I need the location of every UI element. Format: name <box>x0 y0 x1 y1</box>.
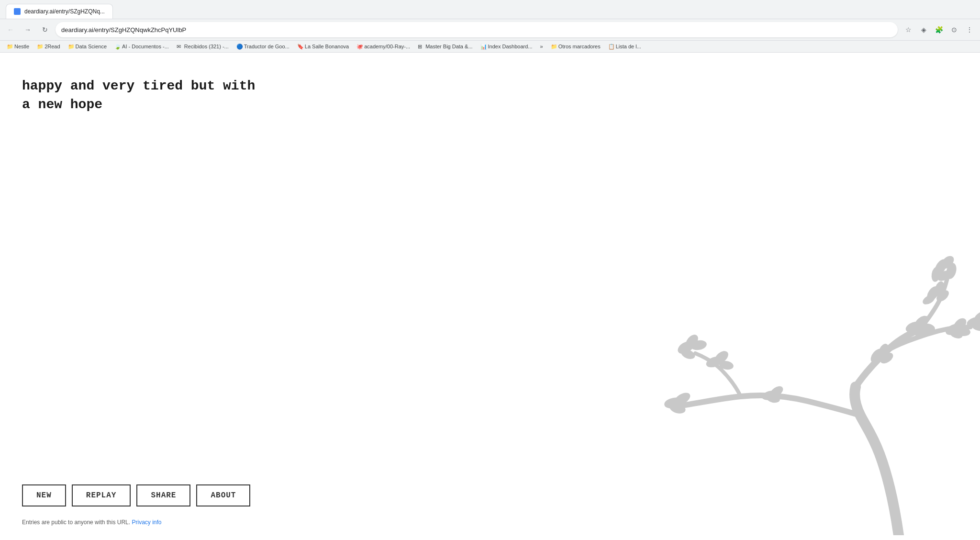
svg-point-29 <box>921 293 936 306</box>
svg-point-33 <box>868 347 886 365</box>
folder-icon: 📁 <box>37 44 43 49</box>
svg-point-0 <box>676 338 696 356</box>
reload-button[interactable]: ↻ <box>38 23 52 36</box>
bookmark-ai[interactable]: 🍃 AI - Documentos -... <box>111 43 172 50</box>
svg-point-20 <box>972 309 980 326</box>
footer-text: Entries are public to anyone with this U… <box>22 519 162 526</box>
browser-controls: ← → ↻ ☆ ◈ 🧩 ⊙ ⋮ <box>0 19 980 41</box>
svg-point-2 <box>690 339 708 351</box>
bookmark-gmail[interactable]: ✉ Recibidos (321) -... <box>174 43 232 50</box>
svg-point-16 <box>913 313 931 331</box>
bookmark-otros-label: Otros marcadores <box>558 44 601 49</box>
svg-point-28 <box>935 288 951 304</box>
svg-point-5 <box>713 349 730 366</box>
svg-point-15 <box>904 319 924 334</box>
new-button[interactable]: NEW <box>22 484 66 506</box>
bookmark-nestle[interactable]: 📁 Nestle <box>4 43 32 50</box>
svg-point-1 <box>683 332 701 350</box>
footer-description: Entries are public to anyone with this U… <box>22 519 130 526</box>
svg-point-6 <box>719 360 735 371</box>
bookmark-index[interactable]: 📊 Index Dashboard... <box>478 43 535 50</box>
windows-icon: ⊞ <box>418 44 423 49</box>
svg-point-3 <box>680 348 696 360</box>
tab-favicon <box>14 8 21 15</box>
svg-point-12 <box>945 262 958 280</box>
svg-point-13 <box>936 269 953 283</box>
list-icon: 📋 <box>608 44 614 49</box>
bookmark-2read[interactable]: 📁 2Read <box>34 43 63 50</box>
svg-point-17 <box>919 323 935 334</box>
svg-point-7 <box>663 396 684 410</box>
svg-point-21 <box>971 321 980 332</box>
bookmark-translate[interactable]: 🔵 Traductor de Goo... <box>234 43 292 50</box>
extensions-button[interactable]: 🧩 <box>932 23 946 36</box>
svg-point-9 <box>668 402 687 415</box>
bookmark-translate-label: Traductor de Goo... <box>244 44 290 49</box>
bookmark-lista[interactable]: 📋 Lista de l... <box>605 43 644 50</box>
bookmark-2read-label: 2Read <box>45 44 60 49</box>
folder-icon: 📁 <box>7 44 12 49</box>
svg-point-8 <box>672 390 692 407</box>
diary-entry-text: happy and very tired but with a new hope <box>22 77 255 114</box>
svg-point-35 <box>879 350 895 366</box>
bookmark-nestle-label: Nestle <box>14 44 29 49</box>
bookmark-masterbd[interactable]: ⊞ Master Big Data &... <box>415 43 475 50</box>
bookmark-ai-label: AI - Documentos -... <box>122 44 169 49</box>
bottom-bar: NEW REPLAY SHARE about <box>22 484 250 506</box>
svg-point-10 <box>932 257 949 277</box>
svg-point-30 <box>761 389 778 402</box>
bookmark-gmail-label: Recibidos (321) -... <box>184 44 229 49</box>
svg-point-18 <box>910 325 926 338</box>
svg-point-24 <box>956 327 970 337</box>
bookmarks-bar: 📁 Nestle 📁 2Read 📁 Data Science 🍃 AI - D… <box>0 41 980 53</box>
svg-point-32 <box>766 394 780 404</box>
tree-decoration <box>621 224 980 535</box>
bookmark-github[interactable]: 🐙 academy/00-Ray-... <box>354 43 413 50</box>
bookmark-datascience[interactable]: 📁 Data Science <box>65 43 110 50</box>
tab-title: deardiary.ai/entry/SZgHZQNq... <box>24 8 105 15</box>
github-icon: 🐙 <box>356 44 362 49</box>
svg-point-11 <box>939 254 957 271</box>
browser-chrome: deardiary.ai/entry/SZgHZQNq... <box>0 0 980 19</box>
svg-point-31 <box>768 384 785 399</box>
bookmark-index-label: Index Dashboard... <box>488 44 533 49</box>
replay-button[interactable]: REPLAY <box>72 484 131 506</box>
page-content: happy and very tired but with a new hope <box>0 53 980 535</box>
translate-icon: 🔵 <box>236 44 242 49</box>
diary-line-2: a new hope <box>22 95 255 114</box>
bookmark-lasalle[interactable]: 🔖 La Salle Bonanova <box>294 43 352 50</box>
more-label: » <box>540 44 543 49</box>
folder-icon: 📁 <box>551 44 557 49</box>
menu-button[interactable]: ⋮ <box>963 23 976 36</box>
browser-actions: ☆ ◈ 🧩 ⊙ ⋮ <box>902 23 976 36</box>
bookmark-icon: 🔖 <box>297 44 303 49</box>
bookmark-datascience-label: Data Science <box>76 44 107 49</box>
ai-icon: 🍃 <box>114 44 120 49</box>
share-button[interactable]: SHARE <box>136 484 190 506</box>
svg-point-26 <box>924 284 942 303</box>
address-bar[interactable] <box>56 22 898 37</box>
svg-point-34 <box>876 342 891 360</box>
svg-point-27 <box>933 280 946 297</box>
profile-button[interactable]: ⊙ <box>947 23 961 36</box>
marionette-button[interactable]: ◈ <box>917 23 930 36</box>
svg-point-25 <box>948 328 964 340</box>
bookmark-more[interactable]: » <box>537 43 546 50</box>
svg-point-19 <box>966 315 980 329</box>
svg-point-14 <box>930 266 941 283</box>
bookmark-star-button[interactable]: ☆ <box>902 23 915 36</box>
bookmark-lista-label: Lista de l... <box>616 44 641 49</box>
privacy-info-link[interactable]: Privacy info <box>132 519 161 526</box>
bookmark-otros[interactable]: 📁 Otros marcadores <box>548 43 603 50</box>
diary-line-1: happy and very tired but with <box>22 77 255 95</box>
svg-point-4 <box>705 354 724 369</box>
active-tab[interactable]: deardiary.ai/entry/SZgHZQNq... <box>6 4 113 19</box>
bookmark-lasalle-label: La Salle Bonanova <box>305 44 349 49</box>
about-button[interactable]: about <box>196 484 250 506</box>
chart-icon: 📊 <box>480 44 486 49</box>
folder-icon: 📁 <box>68 44 74 49</box>
forward-button[interactable]: → <box>21 23 34 36</box>
browser-tabs: deardiary.ai/entry/SZgHZQNq... <box>6 4 974 19</box>
back-button[interactable]: ← <box>4 23 17 36</box>
bookmark-masterbd-label: Master Big Data &... <box>425 44 472 49</box>
